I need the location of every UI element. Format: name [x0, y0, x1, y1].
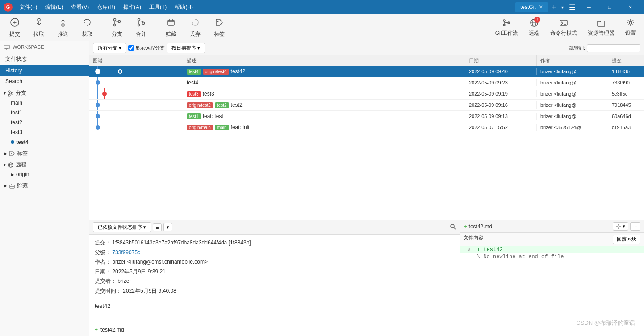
sidebar-item-search[interactable]: Search: [0, 76, 89, 87]
menu-repo[interactable]: 仓库(R): [93, 3, 119, 12]
menu-edit[interactable]: 编辑(E): [42, 3, 67, 12]
sidebar-item-history[interactable]: History: [0, 65, 89, 76]
file-content-label: 文件内容: [464, 235, 483, 244]
all-branches-btn[interactable]: 所有分支 ▾: [93, 43, 126, 53]
hamburger-btn[interactable]: ☰: [565, 1, 579, 13]
push-icon: [58, 17, 68, 29]
submitter-label: 提交者：: [95, 278, 116, 284]
active-branch-dot: [11, 140, 14, 144]
new-tab-btn[interactable]: +: [548, 1, 560, 13]
active-tab[interactable]: testGit ✕: [515, 2, 548, 12]
explorer-label: 资源管理器: [588, 29, 615, 37]
commit-desc-1: test4: [183, 79, 465, 87]
commit-desc-2: test3 test3: [183, 90, 465, 98]
branches-label: 分支: [16, 89, 26, 97]
parent-hash-value[interactable]: 733f99075c: [112, 249, 140, 256]
menu-action[interactable]: 操作(A): [120, 3, 145, 12]
header-graph: 图谱: [89, 55, 183, 66]
diff-more-btn[interactable]: ···: [630, 222, 640, 231]
branch-test4[interactable]: test4: [0, 137, 89, 147]
commit-detail-toolbar: 已依照文件状态排序 ▾ ≡ ▾: [89, 220, 460, 235]
fetch-btn[interactable]: 获取: [76, 16, 98, 40]
rollback-btn[interactable]: 回滚区块: [613, 235, 640, 244]
sidebar-item-filestatus[interactable]: 文件状态: [0, 53, 89, 65]
graph-svg-0: [91, 66, 118, 77]
menu-tools[interactable]: 工具(T): [146, 3, 170, 12]
sort-files-btn[interactable]: 已依照文件状态排序 ▾: [93, 222, 151, 232]
terminal-label: 命令行模式: [550, 29, 577, 37]
commit-row-3[interactable]: origin/test2 test2 test2 2022-05-09 09:1…: [89, 100, 644, 111]
stash-section[interactable]: ▶ 贮藏: [0, 179, 89, 190]
show-remote-input[interactable]: [128, 45, 134, 51]
branch-section-icon: [8, 90, 14, 97]
pull-btn[interactable]: 拉取: [28, 16, 50, 40]
commit-label: 提交：: [95, 239, 111, 246]
close-win-btn[interactable]: ✕: [620, 0, 640, 14]
remote-origin[interactable]: ▶ origin: [0, 169, 89, 179]
svg-rect-14: [168, 20, 174, 25]
graph-svg-4: [91, 111, 118, 122]
commit-author-2: brizer <liufang@: [537, 90, 608, 97]
push-btn[interactable]: 推送: [52, 16, 74, 40]
svg-point-57: [96, 126, 100, 129]
minimize-btn[interactable]: ─: [579, 0, 599, 14]
commit-row-1[interactable]: test4 2022-05-09 09:23 brizer <liufang@ …: [89, 77, 644, 88]
svg-point-12: [142, 22, 145, 24]
menu-help[interactable]: 帮助(H): [171, 3, 197, 12]
menu-file[interactable]: 文件(F): [16, 3, 41, 12]
branch-main[interactable]: main: [0, 98, 89, 108]
tags-section-label: 标签: [17, 150, 28, 157]
commit-hash-5: c1915a3: [608, 124, 644, 131]
commit-graph-4: [89, 111, 183, 122]
graph-area: test4 origin/test4 test42 2022-05-09 09:…: [89, 66, 644, 220]
goto-input[interactable]: [587, 44, 640, 52]
maximize-btn[interactable]: □: [599, 0, 620, 14]
commit-desc-5: origin/main main feat: init: [183, 123, 465, 131]
file-entry-test42[interactable]: + test42.md: [93, 325, 456, 334]
commit-author-1: brizer <liufang@: [537, 79, 608, 86]
commit-row-4[interactable]: test1 feat: test 2022-05-09 09:13 brizer…: [89, 111, 644, 122]
fetch-label: 获取: [82, 30, 92, 38]
commit-row-0[interactable]: test4 origin/test4 test42 2022-05-09 09:…: [89, 66, 644, 77]
terminal-icon: [559, 18, 568, 29]
terminal-btn[interactable]: 命令行模式: [546, 17, 581, 39]
header-commit: 提交: [608, 55, 644, 66]
graph-svg-1: [91, 77, 118, 88]
date-line: 日期： 2022年5月9日 9:39:21: [95, 267, 454, 277]
svg-point-11: [138, 24, 140, 26]
remotes-section[interactable]: ▾ 远程: [0, 158, 89, 169]
menu-view[interactable]: 查看(V): [67, 3, 92, 12]
settings-btn[interactable]: 设置: [621, 17, 640, 39]
branch-test4-label: test4: [16, 139, 29, 145]
remote-btn[interactable]: ! 远端: [524, 17, 544, 39]
branches-section[interactable]: ▾ 分支: [0, 87, 89, 98]
explorer-btn[interactable]: 资源管理器: [583, 17, 619, 39]
branch-test2[interactable]: test2: [0, 118, 89, 127]
tags-section[interactable]: ▶ 标签: [0, 147, 89, 158]
discard-btn[interactable]: 丢弃: [184, 16, 206, 40]
view-toggle-btn[interactable]: ▾: [163, 223, 172, 231]
branch-test3[interactable]: test3: [0, 127, 89, 137]
show-remote-check[interactable]: 显示远程分支: [128, 45, 165, 51]
diff-settings-btn[interactable]: ▾: [613, 222, 628, 231]
stash-btn[interactable]: 贮藏: [160, 16, 182, 40]
tags-btn[interactable]: 标签: [208, 16, 230, 40]
branch-btn[interactable]: 分支: [106, 16, 128, 40]
branch-test1[interactable]: test1: [0, 108, 89, 118]
list-view-btn[interactable]: ≡: [153, 223, 162, 231]
remotes-section-label: 远程: [16, 161, 26, 168]
commit-date-2: 2022-05-09 09:19: [465, 90, 537, 97]
commit-row-2[interactable]: test3 test3 2022-05-09 09:19 brizer <liu…: [89, 88, 644, 100]
commit-msg-0: test42: [231, 68, 246, 75]
commit-btn[interactable]: + 提交: [4, 16, 26, 40]
commit-row-5[interactable]: origin/main main feat: init 2022-05-07 1…: [89, 122, 644, 133]
all-branches-arrow: ▾: [119, 45, 121, 51]
sort-label: 按日期排序: [171, 45, 196, 51]
close-tab-icon[interactable]: ✕: [539, 4, 543, 10]
search-label: Search: [5, 78, 22, 84]
new-tab-arrow[interactable]: ▾: [560, 5, 565, 10]
sort-btn[interactable]: 按日期排序 ▾: [167, 43, 205, 53]
git-flow-btn[interactable]: Git工作流: [491, 17, 523, 39]
search-files-icon[interactable]: [450, 223, 456, 231]
merge-btn[interactable]: 合并: [130, 16, 152, 40]
